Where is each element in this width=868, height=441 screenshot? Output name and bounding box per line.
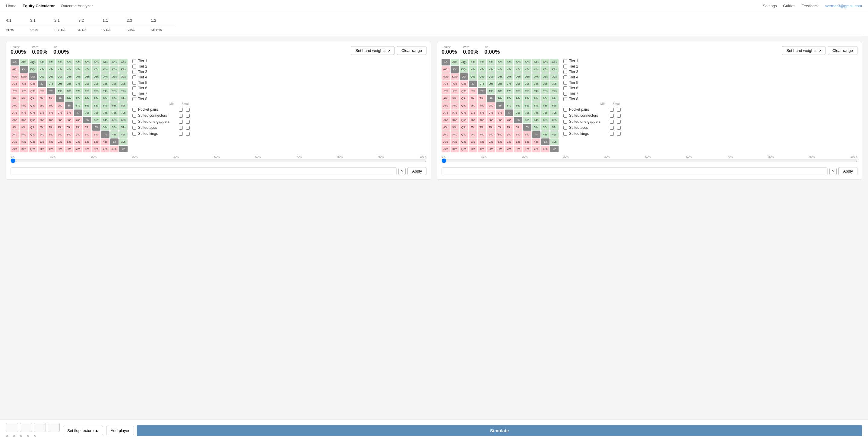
hand-cell-kts[interactable]: KTs xyxy=(478,66,486,73)
hand-cell-84s[interactable]: 84s xyxy=(101,102,110,109)
hand-cell-87o[interactable]: 87o xyxy=(496,109,504,116)
hand-cell-92o[interactable]: 92o xyxy=(56,146,64,152)
hand-cell-kto[interactable]: KTo xyxy=(20,88,28,94)
hand-cell-a6o[interactable]: A6o xyxy=(10,117,19,123)
hand-cell-q2s[interactable]: Q2s xyxy=(550,73,559,80)
group-checkbox-1[interactable] xyxy=(132,114,136,118)
hand-cell-75o[interactable]: 75o xyxy=(505,124,513,131)
hand-cell-j2s[interactable]: J2s xyxy=(119,81,128,87)
hand-cell-t4s[interactable]: T4s xyxy=(532,88,540,94)
hand-cell-87s[interactable]: 87s xyxy=(505,102,513,109)
hand-cell-93o[interactable]: 93o xyxy=(487,138,495,145)
hand-cell-ajs[interactable]: AJs xyxy=(469,59,477,65)
tier-checkbox-7[interactable] xyxy=(132,92,136,96)
hand-cell-t3o[interactable]: T3o xyxy=(478,138,486,145)
hand-cell-64o[interactable]: 64o xyxy=(83,131,91,138)
hand-cell-52s[interactable]: 52s xyxy=(550,124,559,131)
hand-cell-86s[interactable]: 86s xyxy=(514,102,522,109)
tier-checkbox-5[interactable] xyxy=(132,81,136,85)
hand-cell-55[interactable]: 55 xyxy=(92,124,100,131)
group-mid-checkbox-2[interactable] xyxy=(179,120,183,124)
hand-cell-q5s[interactable]: Q5s xyxy=(92,73,100,80)
hand-cell-84s[interactable]: 84s xyxy=(532,102,540,109)
hand-cell-a4s[interactable]: A4s xyxy=(101,59,110,65)
hand-cell-k7s[interactable]: K7s xyxy=(74,66,82,73)
hand-cell-j7o[interactable]: J7o xyxy=(469,109,477,116)
hand-cell-a2s[interactable]: A2s xyxy=(550,59,559,65)
hand-cell-73o[interactable]: 73o xyxy=(505,138,513,145)
hand-cell-j3s[interactable]: J3s xyxy=(541,81,550,87)
tier-checkbox-8[interactable] xyxy=(132,97,136,101)
range-slider[interactable] xyxy=(10,158,427,163)
hand-cell-ajo[interactable]: AJo xyxy=(10,81,19,87)
hand-cell-q5o[interactable]: Q5o xyxy=(460,124,468,131)
hand-cell-t9o[interactable]: T9o xyxy=(47,95,55,102)
hand-cell-k2s[interactable]: K2s xyxy=(550,66,559,73)
hand-cell-j4s[interactable]: J4s xyxy=(532,81,540,87)
hand-cell-63o[interactable]: 63o xyxy=(514,138,522,145)
hand-cell-64s[interactable]: 64s xyxy=(101,117,110,123)
hand-cell-94o[interactable]: 94o xyxy=(487,131,495,138)
hand-cell-j3o[interactable]: J3o xyxy=(469,138,477,145)
hand-cell-83s[interactable]: 83s xyxy=(541,102,550,109)
hand-cell-qts[interactable]: QTs xyxy=(478,73,486,80)
hand-cell-54s[interactable]: 54s xyxy=(532,124,540,131)
hand-cell-j7o[interactable]: J7o xyxy=(38,109,46,116)
hand-cell-t9s[interactable]: T9s xyxy=(56,88,64,94)
group-mid-checkbox-4[interactable] xyxy=(179,132,183,136)
hand-cell-65s[interactable]: 65s xyxy=(523,117,531,123)
hand-cell-64s[interactable]: 64s xyxy=(532,117,540,123)
hand-cell-95o[interactable]: 95o xyxy=(487,124,495,131)
nav-azerner3-gmail-com[interactable]: azerner3@gmail.com xyxy=(825,4,862,8)
hand-cell-85o[interactable]: 85o xyxy=(496,124,504,131)
hand-cell-a8o[interactable]: A8o xyxy=(10,102,19,109)
hand-cell-k8s[interactable]: K8s xyxy=(65,66,73,73)
hand-cell-q9o[interactable]: Q9o xyxy=(29,95,37,102)
hand-cell-j3s[interactable]: J3s xyxy=(110,81,119,87)
hand-cell-kk[interactable]: KK xyxy=(20,66,28,73)
hand-cell-q4s[interactable]: Q4s xyxy=(532,73,540,80)
group-small-checkbox-3[interactable] xyxy=(186,126,190,130)
hand-cell-97o[interactable]: 97o xyxy=(487,109,495,116)
hand-cell-a5o[interactable]: A5o xyxy=(441,124,450,131)
hand-cell-j9o[interactable]: J9o xyxy=(38,95,46,102)
hand-cell-a5s[interactable]: A5s xyxy=(92,59,100,65)
hand-cell-53o[interactable]: 53o xyxy=(92,138,100,145)
hand-cell-44[interactable]: 44 xyxy=(532,131,540,138)
hand-cell-63o[interactable]: 63o xyxy=(83,138,91,145)
hand-cell-66[interactable]: 66 xyxy=(83,117,91,123)
hand-cell-94o[interactable]: 94o xyxy=(56,131,64,138)
hand-cell-82s[interactable]: 82s xyxy=(119,102,128,109)
hand-cell-k8o[interactable]: K8o xyxy=(20,102,28,109)
hand-cell-k5o[interactable]: K5o xyxy=(20,124,28,131)
group-checkbox-3[interactable] xyxy=(563,126,567,130)
hand-cell-j9o[interactable]: J9o xyxy=(469,95,477,102)
hand-cell-44[interactable]: 44 xyxy=(101,131,110,138)
hand-cell-q8o[interactable]: Q8o xyxy=(460,102,468,109)
hand-cell-a2o[interactable]: A2o xyxy=(441,146,450,152)
hand-cell-k3o[interactable]: K3o xyxy=(451,138,459,145)
hand-cell-77[interactable]: 77 xyxy=(505,109,513,116)
hand-cell-54o[interactable]: 54o xyxy=(523,131,531,138)
hand-cell-76s[interactable]: 76s xyxy=(83,109,91,116)
hand-cell-83s[interactable]: 83s xyxy=(110,102,119,109)
hand-cell-j2o[interactable]: J2o xyxy=(38,146,46,152)
hand-cell-83o[interactable]: 83o xyxy=(65,138,73,145)
hand-cell-ats[interactable]: ATs xyxy=(478,59,486,65)
hand-cell-t6s[interactable]: T6s xyxy=(514,88,522,94)
hand-cell-53s[interactable]: 53s xyxy=(110,124,119,131)
hand-cell-a9s[interactable]: A9s xyxy=(56,59,64,65)
hand-cell-55[interactable]: 55 xyxy=(523,124,531,131)
hand-cell-kjo[interactable]: KJo xyxy=(20,81,28,87)
hand-cell-73s[interactable]: 73s xyxy=(110,109,119,116)
hand-cell-q5s[interactable]: Q5s xyxy=(523,73,531,80)
hand-cell-aa[interactable]: AA xyxy=(10,59,19,65)
hand-cell-42o[interactable]: 42o xyxy=(532,146,540,152)
hand-cell-q2o[interactable]: Q2o xyxy=(29,146,37,152)
hand-cell-j4s[interactable]: J4s xyxy=(101,81,110,87)
hand-cell-42o[interactable]: 42o xyxy=(101,146,110,152)
hand-cell-k6s[interactable]: K6s xyxy=(514,66,522,73)
hand-cell-a4s[interactable]: A4s xyxy=(532,59,540,65)
group-checkbox-2[interactable] xyxy=(563,120,567,124)
hand-cell-k4o[interactable]: K4o xyxy=(20,131,28,138)
